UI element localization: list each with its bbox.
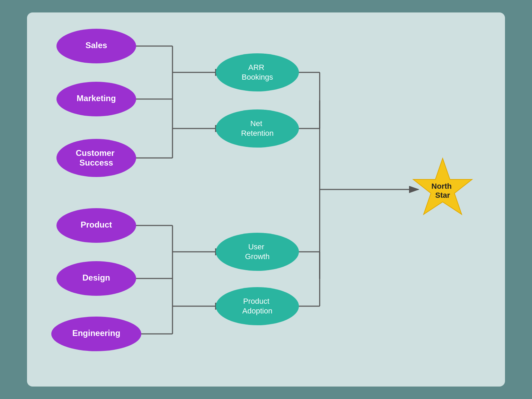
sales-node: Sales xyxy=(56,29,136,63)
arr-bookings-node: ARR Bookings xyxy=(216,53,299,91)
sales-label: Sales xyxy=(86,41,107,50)
user-growth-node: User Growth xyxy=(216,233,299,271)
product-node: Product xyxy=(56,208,136,243)
north-star-node: North Star xyxy=(413,158,472,214)
product-label: Product xyxy=(81,220,112,229)
marketing-label: Marketing xyxy=(77,94,116,103)
design-node: Design xyxy=(56,261,136,296)
engineering-node: Engineering xyxy=(51,317,141,351)
customer-success-label: Customer Success xyxy=(76,148,117,167)
product-adoption-node: Product Adoption xyxy=(216,287,299,325)
net-retention-node: Net Retention xyxy=(216,109,299,148)
marketing-node: Marketing xyxy=(56,82,136,116)
diagram-container: Sales Marketing Customer Success Product… xyxy=(27,12,505,387)
design-label: Design xyxy=(82,273,110,282)
engineering-label: Engineering xyxy=(72,328,121,338)
customer-success-node: Customer Success xyxy=(56,139,136,177)
